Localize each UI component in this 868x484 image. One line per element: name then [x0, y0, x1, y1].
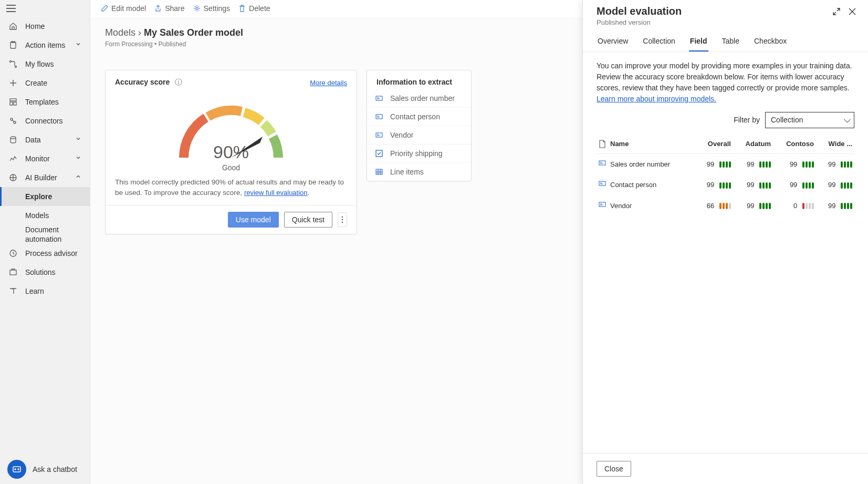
col-wide[interactable]: Wide ... [816, 135, 854, 153]
label: Create [25, 79, 83, 87]
label: Home [25, 22, 83, 30]
sidebar-item-data[interactable]: Data [0, 130, 90, 149]
info-icon[interactable]: ⓘ [175, 78, 182, 86]
learn-more-link[interactable]: Learn more about improving models. [597, 95, 716, 103]
model-type: Form Processing [105, 40, 153, 48]
svg-point-16 [196, 7, 198, 9]
label: Priority shipping [390, 149, 443, 158]
score-bars [759, 161, 771, 168]
sidebar: Home Action items My flows Create Templa… [0, 0, 90, 484]
info-list: Sales order number Contact person Vendor… [367, 89, 471, 181]
info-item[interactable]: Line items [367, 162, 471, 181]
sidebar-item-learn[interactable]: Learn [0, 282, 90, 301]
delete-button[interactable]: Delete [238, 4, 270, 13]
sidebar-item-connectors[interactable]: Connectors [0, 111, 90, 130]
sidebar-item-action-items[interactable]: Action items [0, 36, 90, 55]
svg-point-3 [15, 66, 17, 68]
process-icon [8, 249, 18, 258]
share-button[interactable]: Share [154, 4, 184, 13]
sidebar-item-process-advisor[interactable]: Process advisor [0, 244, 90, 263]
use-model-button[interactable]: Use model [228, 212, 279, 228]
tab-field[interactable]: Field [689, 32, 708, 52]
sidebar-item-models[interactable]: Models [0, 206, 90, 225]
col-icon [597, 135, 608, 153]
tab-collection[interactable]: Collection [642, 32, 676, 52]
col-adatum[interactable]: Adatum [733, 135, 773, 153]
close-button[interactable]: Close [597, 461, 631, 477]
svg-rect-22 [376, 115, 382, 119]
book-icon [8, 286, 18, 296]
text-field-icon [374, 112, 384, 121]
close-panel-button[interactable] [848, 7, 856, 16]
score-cell: 99 [695, 153, 733, 174]
svg-point-15 [18, 469, 19, 470]
expand-button[interactable] [832, 7, 841, 16]
svg-rect-23 [376, 133, 382, 137]
card-title: Accuracy score ⓘ [115, 78, 182, 87]
label: Share [165, 4, 184, 13]
sidebar-item-explore[interactable]: Explore [0, 187, 90, 206]
table-row[interactable]: Sales order number99 99 99 99 [597, 153, 854, 174]
sidebar-item-monitor[interactable]: Monitor [0, 149, 90, 168]
label: Templates [25, 98, 83, 106]
label: Solutions [25, 268, 83, 276]
svg-rect-5 [10, 102, 13, 105]
label: Document automation [25, 225, 83, 244]
settings-button[interactable]: Settings [193, 4, 231, 13]
sidebar-item-ai-builder[interactable]: AI Builder [0, 168, 90, 187]
label: My flows [25, 60, 83, 68]
score-bars [802, 182, 814, 189]
chatbot-label: Ask a chatbot [33, 465, 77, 473]
score-bars [802, 161, 814, 168]
sidebar-item-create[interactable]: Create [0, 74, 90, 92]
model-evaluation-panel: Model evaluation Published version Overv… [582, 0, 868, 484]
panel-tabs: Overview Collection Field Table Checkbox [583, 32, 868, 52]
info-item[interactable]: Vendor [367, 126, 471, 144]
connectors-icon [8, 116, 18, 126]
svg-rect-4 [10, 99, 16, 101]
more-actions-button[interactable] [338, 212, 347, 227]
panel-title: Model evaluation [597, 5, 682, 17]
svg-rect-25 [376, 169, 382, 174]
text-field-icon [374, 94, 384, 103]
table-row[interactable]: Vendor66 99 0 99 [597, 195, 854, 217]
info-item[interactable]: Priority shipping [367, 144, 471, 162]
model-status: Published [159, 40, 186, 48]
text-field-icon [599, 180, 606, 187]
title-text: Accuracy score [115, 78, 170, 86]
score-bars [759, 203, 771, 209]
sidebar-item-templates[interactable]: Templates [0, 92, 90, 111]
more-details-link[interactable]: More details [310, 79, 347, 87]
sidebar-item-my-flows[interactable]: My flows [0, 55, 90, 74]
svg-rect-12 [10, 270, 16, 275]
sidebar-item-document-automation[interactable]: Document automation [0, 225, 90, 244]
table-row[interactable]: Contact person99 99 99 99 [597, 174, 854, 195]
info-item[interactable]: Sales order number [367, 89, 471, 107]
tab-overview[interactable]: Overview [597, 32, 629, 52]
score-bars [719, 182, 731, 189]
tab-table[interactable]: Table [721, 32, 740, 52]
chatbot-button[interactable]: Ask a chatbot [0, 455, 90, 484]
col-name[interactable]: Name [608, 135, 695, 153]
tab-checkbox[interactable]: Checkbox [753, 32, 788, 52]
breadcrumb-subtitle: Form Processing • Published [105, 40, 568, 48]
hamburger-button[interactable] [0, 0, 90, 17]
info-item[interactable]: Contact person [367, 107, 471, 126]
label: Connectors [25, 117, 83, 125]
quick-test-button[interactable]: Quick test [284, 212, 332, 228]
col-contoso[interactable]: Contoso [773, 135, 816, 153]
chevron-up-icon [75, 173, 83, 182]
filter-dropdown[interactable]: Collection [765, 112, 854, 128]
label: Settings [204, 4, 231, 13]
svg-rect-24 [376, 150, 382, 157]
edit-model-button[interactable]: Edit model [101, 4, 146, 13]
sidebar-item-home[interactable]: Home [0, 17, 90, 36]
svg-point-2 [10, 61, 12, 63]
svg-point-18 [342, 216, 343, 218]
gauge-quality: Good [222, 163, 240, 172]
col-overall[interactable]: Overall [695, 135, 733, 153]
sidebar-item-solutions[interactable]: Solutions [0, 263, 90, 282]
breadcrumb-root[interactable]: Models [105, 27, 135, 38]
score-bars [841, 161, 852, 168]
review-full-evaluation-link[interactable]: review full evaluation [244, 189, 308, 197]
